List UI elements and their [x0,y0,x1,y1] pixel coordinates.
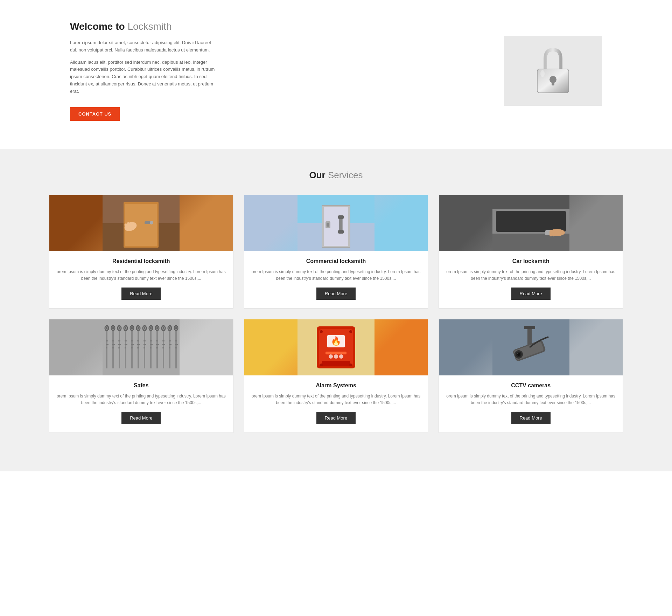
contact-us-button[interactable]: CONTACT US [70,107,120,121]
svg-rect-80 [150,347,152,348]
hero-content: Welcome to Locksmith Lorem ipsum dolor s… [70,21,217,121]
cctv-cameras-image [439,319,623,375]
read-more-button-residential[interactable]: Read More [121,288,161,300]
svg-rect-79 [150,344,153,345]
svg-rect-31 [552,229,555,236]
hero-lock-image [504,36,602,106]
service-card-alarm: 🔥 Alarm Systems orem Ipsum is simply dum… [244,319,428,433]
service-card-title-commercial: Commercial locksmith [306,258,366,264]
svg-rect-61 [131,344,134,345]
svg-point-3 [540,70,545,77]
svg-point-76 [149,325,153,331]
services-title-bold: Our [309,170,325,180]
svg-point-127 [517,353,518,354]
svg-rect-36 [106,340,108,341]
svg-point-34 [105,325,109,331]
svg-point-82 [155,325,159,331]
lock-illustration [532,46,574,95]
read-more-button-safes[interactable]: Read More [121,412,161,424]
svg-rect-92 [162,347,164,348]
svg-rect-114 [322,361,350,366]
read-more-button-commercial[interactable]: Read More [316,288,356,300]
safes-image [49,319,233,375]
svg-point-112 [334,354,338,359]
svg-rect-23 [327,223,329,227]
service-card-content-safes: Safes orem Ipsum is simply dummy text of… [49,375,233,432]
svg-point-111 [329,354,333,359]
read-more-button-alarm[interactable]: Read More [316,412,356,424]
svg-point-70 [142,325,147,331]
svg-point-94 [168,325,172,331]
read-more-button-car[interactable]: Read More [511,288,551,300]
svg-rect-67 [137,344,140,345]
svg-rect-97 [169,344,172,345]
svg-rect-121 [524,326,535,329]
svg-point-58 [130,325,134,331]
svg-rect-13 [130,222,132,229]
service-card-content-commercial: Commercial locksmith orem Ipsum is simpl… [244,251,428,308]
service-card-title-residential: Residential locksmith [112,258,170,264]
svg-point-116 [349,330,352,333]
read-more-button-cctv[interactable]: Read More [511,412,551,424]
svg-rect-38 [106,347,107,348]
hero-paragraph-1: Lorem ipsum dolor sit amet, consectetur … [70,39,217,54]
svg-point-64 [136,325,140,331]
services-heading: Our Services [49,170,623,181]
svg-rect-96 [169,340,171,341]
residential-locksmith-image [49,195,233,251]
svg-text:🔥: 🔥 [331,336,341,346]
service-card-content-residential: Residential locksmith orem Ipsum is simp… [49,251,233,308]
svg-rect-66 [137,340,139,341]
svg-rect-48 [118,340,120,341]
service-card-content-car: Car locksmith orem Ipsum is simply dummy… [439,251,623,308]
alarm-systems-image: 🔥 [244,319,428,375]
svg-rect-27 [496,211,566,232]
service-card-cctv: CCTV cameras orem Ipsum is simply dummy … [439,319,623,433]
svg-rect-2 [552,81,554,85]
svg-rect-21 [338,230,344,234]
hero-paragraph-2: Aliquam lacus elit, porttitor sed interd… [70,59,217,95]
services-title-light: Services [328,170,363,180]
service-card-title-safes: Safes [134,382,149,389]
svg-rect-103 [175,344,178,345]
svg-point-9 [150,221,153,224]
service-card-safes: Safes orem Ipsum is simply dummy text of… [49,319,233,433]
service-card-residential: Residential locksmith orem Ipsum is simp… [49,195,233,309]
services-grid-row1: Residential locksmith orem Ipsum is simp… [49,195,623,433]
svg-rect-54 [125,340,127,341]
svg-point-118 [349,364,352,366]
svg-rect-110 [326,352,346,354]
svg-rect-104 [175,347,177,348]
car-locksmith-image [439,195,623,251]
svg-rect-43 [112,344,115,345]
commercial-locksmith-image [244,195,428,251]
svg-point-117 [320,364,323,366]
service-card-text-alarm: orem Ipsum is simply dummy text of the p… [251,393,421,406]
service-card-car: Car locksmith orem Ipsum is simply dummy… [439,195,623,309]
svg-rect-30 [550,230,552,236]
svg-point-115 [320,330,323,333]
service-card-title-car: Car locksmith [512,258,550,264]
svg-rect-68 [137,347,139,348]
svg-point-113 [339,354,343,359]
svg-point-40 [111,325,115,331]
svg-rect-20 [338,215,344,219]
hero-section: Welcome to Locksmith Lorem ipsum dolor s… [0,0,672,149]
svg-point-46 [117,325,121,331]
service-card-title-cctv: CCTV cameras [511,382,551,389]
service-card-commercial: Commercial locksmith orem Ipsum is simpl… [244,195,428,309]
svg-rect-84 [156,340,158,341]
svg-rect-60 [131,340,133,341]
service-card-title-alarm: Alarm Systems [316,382,356,389]
service-card-text-commercial: orem Ipsum is simply dummy text of the p… [251,269,421,282]
svg-rect-86 [156,347,158,348]
hero-title: Welcome to Locksmith [70,21,217,32]
svg-rect-74 [144,347,145,348]
svg-rect-73 [144,344,146,345]
service-card-text-cctv: orem Ipsum is simply dummy text of the p… [446,393,616,406]
service-card-content-cctv: CCTV cameras orem Ipsum is simply dummy … [439,375,623,432]
svg-rect-55 [125,344,127,345]
service-card-text-safes: orem Ipsum is simply dummy text of the p… [56,393,226,406]
svg-rect-85 [156,344,159,345]
svg-rect-50 [118,347,120,348]
